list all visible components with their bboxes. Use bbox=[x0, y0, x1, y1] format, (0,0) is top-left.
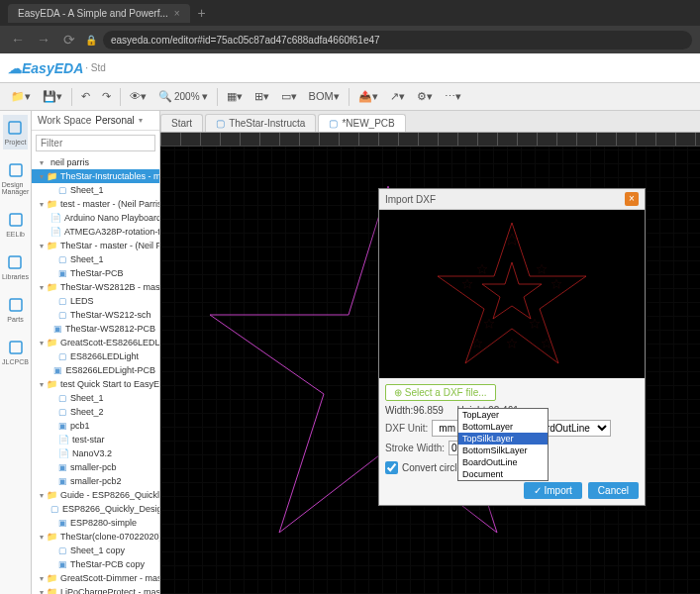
tree-item[interactable]: ▾📁TheStar(clone-07022020) - master bbox=[32, 530, 159, 544]
tree-item[interactable]: ▾📁LiPoChargeProtect - master - (Neil bbox=[32, 585, 159, 594]
tree-item[interactable]: ▣smaller-pcb bbox=[32, 460, 159, 474]
tree-item[interactable]: ▣TheStar-WS2812-PCB bbox=[32, 322, 159, 336]
pcb-icon: ▣ bbox=[58, 462, 67, 472]
bom-button[interactable]: BOM▾ bbox=[304, 87, 345, 106]
user-node[interactable]: ▾neil parris bbox=[32, 155, 159, 169]
convert-circle-checkbox[interactable] bbox=[385, 461, 398, 474]
sheet-icon: ▢ bbox=[58, 545, 67, 555]
tree-item[interactable]: ▢TheStar-WS212-sch bbox=[32, 308, 159, 322]
align-button[interactable]: ⊞▾ bbox=[250, 87, 274, 106]
select-file-button[interactable]: ⊕ Select a DXF file... bbox=[385, 384, 496, 401]
rail-item-project[interactable]: Project bbox=[3, 115, 29, 149]
tree-item[interactable]: ▢Sheet_1 copy bbox=[32, 544, 159, 557]
more-button[interactable]: ⋯▾ bbox=[440, 87, 466, 106]
tree-item[interactable]: ▾📁GreatScott-ES8266LEDLight - mast bbox=[32, 336, 159, 349]
filter-input[interactable] bbox=[36, 135, 155, 151]
tree-item[interactable]: ▾📁GreatScott-Dimmer - master - (Neil bbox=[32, 571, 159, 585]
workspace-selector[interactable]: Work Space Personal ▾ bbox=[32, 111, 159, 131]
close-icon[interactable]: × bbox=[625, 192, 639, 206]
svg-rect-4 bbox=[10, 299, 22, 311]
dialog-titlebar[interactable]: Import DXF × bbox=[379, 189, 645, 210]
layer-option[interactable]: TopSilkLayer bbox=[458, 433, 548, 445]
rail-item-eelib[interactable]: EELib bbox=[4, 207, 27, 242]
layer-option[interactable]: TopLayer bbox=[458, 409, 548, 421]
layer-option[interactable]: BoardOutLine bbox=[458, 456, 548, 468]
browser-url-bar: ← → ⟳ 🔒 bbox=[0, 26, 700, 53]
folder-icon: 📁 bbox=[47, 573, 57, 583]
tree-item[interactable]: ▣pcb1 bbox=[32, 419, 159, 433]
caret-icon: ▾ bbox=[40, 242, 44, 250]
caret-icon: ▾ bbox=[40, 339, 44, 347]
redo-button[interactable]: ↷ bbox=[97, 87, 116, 106]
forward-icon[interactable]: → bbox=[34, 32, 53, 48]
file-menu[interactable]: 📁▾ bbox=[6, 87, 36, 106]
tree-item[interactable]: ▢LEDS bbox=[32, 294, 159, 308]
item-icon: 📄 bbox=[58, 435, 69, 445]
tree-item[interactable]: ▣TheStar-PCB copy bbox=[32, 557, 159, 571]
sheet-icon: ▢ bbox=[58, 407, 67, 417]
back-icon[interactable]: ← bbox=[8, 32, 28, 48]
preview-button[interactable]: 👁▾ bbox=[125, 87, 151, 106]
tree-item[interactable]: ▢Sheet_1 bbox=[32, 391, 159, 405]
tree-item[interactable]: ▢Sheet_1 bbox=[32, 183, 159, 197]
tree-item[interactable]: ▾📁TheStar-WS2812B - master - (Ne bbox=[32, 280, 159, 294]
zoom-button[interactable]: 🔍 200% ▾ bbox=[153, 87, 213, 106]
layer-option[interactable]: BottomSilkLayer bbox=[458, 445, 548, 456]
tree-item[interactable]: 📄test-star bbox=[32, 433, 159, 446]
tree-item[interactable]: ▢ES8266LEDLight bbox=[32, 349, 159, 363]
pcb-icon: ▣ bbox=[58, 559, 67, 569]
tree-item[interactable]: 📄Arduino Nano Playboard bbox=[32, 211, 159, 225]
tree-item[interactable]: 📄ATMEGA328P-rotation-test bbox=[32, 225, 159, 239]
share-button[interactable]: ↗▾ bbox=[385, 87, 410, 106]
undo-button[interactable]: ↶ bbox=[76, 87, 95, 106]
document-tab[interactable]: ▢*NEW_PCB bbox=[318, 114, 405, 132]
sheet-icon: ▢ bbox=[58, 393, 67, 403]
horizontal-ruler bbox=[160, 133, 700, 147]
rail-item-parts[interactable]: Parts bbox=[5, 292, 27, 327]
layer-option[interactable]: Document bbox=[458, 468, 548, 480]
board-button[interactable]: ▭▾ bbox=[276, 87, 302, 106]
layer-option[interactable]: BottomLayer bbox=[458, 421, 548, 433]
url-input[interactable] bbox=[103, 31, 692, 50]
settings-button[interactable]: ⚙▾ bbox=[412, 87, 438, 106]
tree-item[interactable]: ▾📁Guide - ESP8266_Quickly_Design bbox=[32, 488, 159, 502]
save-button[interactable]: 💾▾ bbox=[38, 87, 67, 106]
tree-item[interactable]: ▣TheStar-PCB bbox=[32, 266, 159, 280]
caret-icon: ▾ bbox=[40, 200, 44, 209]
tree-item[interactable]: ▾📁TheStar-Instructables - master - (N bbox=[32, 169, 159, 183]
rail-item-design-manager[interactable]: Design Manager bbox=[0, 157, 31, 199]
rail-item-libraries[interactable]: Libraries bbox=[0, 249, 31, 284]
svg-rect-5 bbox=[10, 342, 22, 353]
folder-icon: 📁 bbox=[47, 199, 57, 209]
close-icon[interactable]: × bbox=[174, 8, 180, 19]
tree-item[interactable]: ▢Sheet_2 bbox=[32, 405, 159, 419]
pcb-icon: ▣ bbox=[53, 365, 62, 375]
document-tab[interactable]: ▢TheStar-Instructa bbox=[205, 114, 316, 132]
cancel-button[interactable]: Cancel bbox=[588, 482, 639, 499]
new-tab-button[interactable]: + bbox=[198, 5, 206, 21]
pcb-icon: ▣ bbox=[58, 268, 67, 278]
tree-item[interactable]: ▣ESP8280-simple bbox=[32, 516, 159, 530]
layers-button[interactable]: ▦▾ bbox=[222, 87, 248, 106]
rail-icon bbox=[7, 296, 25, 314]
tree-item[interactable]: ▣ES8266LEDLight-PCB bbox=[32, 363, 159, 377]
rail-item-jlcpcb[interactable]: JLCPCB bbox=[0, 335, 31, 369]
svg-marker-14 bbox=[484, 319, 494, 328]
caret-icon: ▾ bbox=[40, 533, 44, 542]
tree-item[interactable]: ▾📁TheStar - master - (Neil Parris) bbox=[32, 239, 159, 252]
export-button[interactable]: 📤▾ bbox=[353, 87, 383, 106]
svg-marker-15 bbox=[530, 319, 540, 328]
document-tab[interactable]: Start bbox=[160, 114, 203, 132]
tree-item[interactable]: ▾📁test - master - (Neil Parris) bbox=[32, 197, 159, 211]
import-button[interactable]: ✓ Import bbox=[524, 482, 582, 499]
tree-item[interactable]: ▾📁test Quick Start to EasyEDA - mast bbox=[32, 377, 159, 391]
tree-item[interactable]: ▢Sheet_1 bbox=[32, 252, 159, 266]
pcb-icon: ▣ bbox=[53, 324, 62, 334]
tree-item[interactable]: ▣smaller-pcb2 bbox=[32, 474, 159, 488]
browser-tab[interactable]: EasyEDA - A Simple and Powerf... × bbox=[8, 4, 190, 23]
pcb-icon: ▣ bbox=[58, 421, 67, 431]
sheet-icon: ▢ bbox=[58, 296, 67, 306]
tree-item[interactable]: ▢ESP8266_Quickly_Design bbox=[32, 502, 159, 516]
reload-icon[interactable]: ⟳ bbox=[59, 32, 79, 48]
tree-item[interactable]: 📄NanoV3.2 bbox=[32, 446, 159, 460]
